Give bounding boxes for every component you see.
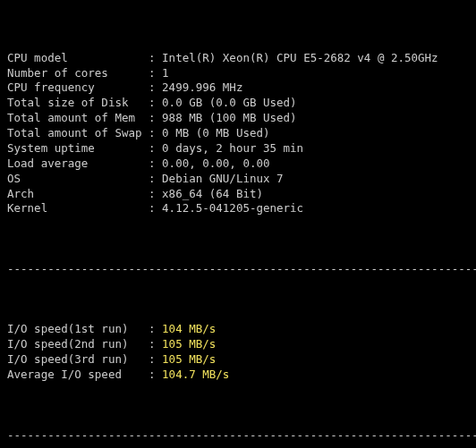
sysinfo-value: 0.00, 0.00, 0.00 (162, 156, 269, 172)
sysinfo-value: x86_64 (64 Bit) (162, 187, 263, 202)
divider: ----------------------------------------… (7, 428, 469, 444)
io-label: I/O speed(1st run) : (7, 322, 162, 337)
io-value: 104 MB/s (162, 322, 216, 337)
sysinfo-value: 1 (162, 66, 169, 81)
sysinfo-value: Debian GNU/Linux 7 (162, 172, 283, 187)
sysinfo-row: Total size of Disk : 0.0 GB (0.0 GB Used… (7, 96, 469, 111)
io-block: I/O speed(1st run) : 104 MB/sI/O speed(2… (7, 322, 469, 383)
sysinfo-row: CPU frequency : 2499.996 MHz (7, 80, 469, 96)
sysinfo-value: 2499.996 MHz (162, 80, 242, 96)
sysinfo-value: Intel(R) Xeon(R) CPU E5-2682 v4 @ 2.50GH… (162, 51, 438, 66)
sysinfo-label: Total amount of Swap : (7, 126, 162, 141)
sysinfo-label: Total size of Disk : (7, 96, 162, 111)
sysinfo-label: System uptime : (7, 141, 162, 156)
sysinfo-label: CPU model : (7, 51, 162, 66)
io-row: I/O speed(1st run) : 104 MB/s (7, 322, 469, 337)
sysinfo-label: OS : (7, 172, 162, 187)
sysinfo-row: Total amount of Mem : 988 MB (100 MB Use… (7, 111, 469, 126)
sysinfo-row: CPU model : Intel(R) Xeon(R) CPU E5-2682… (7, 51, 469, 66)
sysinfo-row: System uptime : 0 days, 2 hour 35 min (7, 141, 469, 156)
divider: ----------------------------------------… (7, 262, 469, 277)
io-label: Average I/O speed : (7, 368, 162, 383)
sysinfo-row: Number of cores : 1 (7, 66, 469, 81)
sysinfo-row: Total amount of Swap : 0 MB (0 MB Used) (7, 126, 469, 141)
io-row: I/O speed(2nd run) : 105 MB/s (7, 337, 469, 352)
sysinfo-row: Load average : 0.00, 0.00, 0.00 (7, 156, 469, 172)
sysinfo-value: 0 MB (0 MB Used) (162, 126, 269, 141)
sysinfo-label: CPU frequency : (7, 80, 162, 96)
sysinfo-value: 0.0 GB (0.0 GB Used) (162, 96, 297, 111)
sysinfo-row: Kernel : 4.12.5-041205-generic (7, 201, 469, 216)
io-value: 104.7 MB/s (162, 368, 229, 383)
sysinfo-value: 4.12.5-041205-generic (162, 201, 303, 216)
io-row: I/O speed(3rd run) : 105 MB/s (7, 352, 469, 368)
terminal[interactable]: CPU model : Intel(R) Xeon(R) CPU E5-2682… (0, 0, 476, 448)
io-label: I/O speed(3rd run) : (7, 352, 162, 368)
sysinfo-label: Total amount of Mem : (7, 111, 162, 126)
sysinfo-row: Arch : x86_64 (64 Bit) (7, 187, 469, 202)
io-row: Average I/O speed : 104.7 MB/s (7, 368, 469, 383)
sysinfo-value: 988 MB (100 MB Used) (162, 111, 297, 126)
sysinfo-row: OS : Debian GNU/Linux 7 (7, 172, 469, 187)
io-value: 105 MB/s (162, 337, 216, 352)
sysinfo-label: Load average : (7, 156, 162, 172)
io-label: I/O speed(2nd run) : (7, 337, 162, 352)
sysinfo-value: 0 days, 2 hour 35 min (162, 141, 303, 156)
sysinfo-label: Kernel : (7, 201, 162, 216)
io-value: 105 MB/s (162, 352, 216, 368)
sysinfo-block: CPU model : Intel(R) Xeon(R) CPU E5-2682… (7, 51, 469, 217)
sysinfo-label: Number of cores : (7, 66, 162, 81)
sysinfo-label: Arch : (7, 187, 162, 202)
